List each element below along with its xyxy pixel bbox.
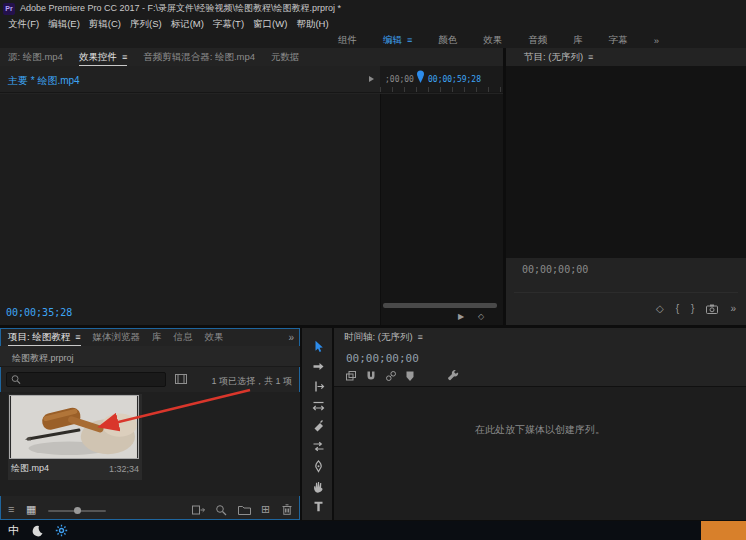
tab-effects[interactable]: 效果	[205, 329, 224, 345]
tab-media-browser[interactable]: 媒体浏览器	[93, 329, 141, 345]
thumbnail-zoom-slider[interactable]	[48, 510, 106, 512]
workspace-switcher: 组件 编辑≡ 颜色 效果 音频 库 字幕 »	[0, 32, 746, 48]
timeline-view-toggle-icon[interactable]	[369, 76, 374, 82]
menu-clip[interactable]: 剪辑(C)	[87, 18, 123, 31]
workspace-tab-assembly[interactable]: 组件	[338, 34, 357, 47]
razor-tool[interactable]	[310, 418, 326, 434]
effect-list-area	[0, 94, 380, 325]
tab-metadata[interactable]: 元数据	[271, 49, 300, 65]
premiere-app-icon: Pr	[3, 3, 15, 15]
workspace-tab-audio[interactable]: 音频	[528, 34, 547, 47]
clip-name[interactable]: 绘图.mp4	[11, 462, 49, 475]
timeline-panel-menu-icon[interactable]: ≡	[418, 332, 423, 342]
timeline-settings-wrench-icon[interactable]	[447, 370, 459, 382]
timeline-drop-zone[interactable]: 在此处放下媒体以创建序列。	[334, 387, 746, 520]
tab-source-monitor[interactable]: 源: 绘图.mp4	[8, 49, 63, 65]
ripple-edit-tool[interactable]	[310, 378, 326, 394]
type-tool[interactable]	[310, 498, 326, 514]
track-select-forward-tool[interactable]	[310, 358, 326, 374]
clear-trash-icon[interactable]	[282, 504, 292, 515]
linked-selection-icon[interactable]	[385, 370, 397, 382]
project-file-row: 绘图教程.prproj	[0, 346, 300, 367]
timeline-tabbar: 时间轴: (无序列)≡	[334, 328, 746, 346]
ecp-horizontal-scrollbar[interactable]	[383, 303, 497, 308]
tab-program-monitor[interactable]: 节目: (无序列)≡	[524, 49, 593, 65]
find-icon[interactable]	[215, 504, 227, 516]
slip-tool[interactable]	[310, 438, 326, 454]
menu-window[interactable]: 窗口(W)	[251, 18, 289, 31]
menu-file[interactable]: 文件(F)	[6, 18, 41, 31]
tab-libraries[interactable]: 库	[152, 329, 162, 345]
workspace-overflow-icon[interactable]: »	[654, 35, 659, 46]
project-panel: 项目: 绘图教程≡ 媒体浏览器 库 信息 效果 » 绘图教程.prproj 1 …	[0, 328, 300, 520]
playhead-time-label: 00;00;59;28	[428, 75, 481, 84]
menu-help[interactable]: 帮助(H)	[294, 18, 330, 31]
menu-title[interactable]: 字幕(T)	[211, 18, 246, 31]
ime-moon-icon[interactable]	[31, 525, 43, 537]
menu-edit[interactable]: 编辑(E)	[46, 18, 82, 31]
panel-menu-icon[interactable]: ≡	[122, 52, 127, 62]
windows-taskbar: 中	[0, 521, 746, 540]
new-item-icon[interactable]: ⊞	[261, 504, 270, 515]
workspace-tab-effects[interactable]: 效果	[483, 34, 502, 47]
more-controls-icon[interactable]: »	[730, 304, 736, 314]
automate-to-sequence-icon[interactable]	[192, 504, 205, 515]
workspace-tab-color[interactable]: 颜色	[438, 34, 457, 47]
tab-effect-controls[interactable]: 效果控件≡	[79, 49, 127, 66]
ime-language-indicator[interactable]: 中	[8, 523, 19, 538]
workspace-menu-icon[interactable]: ≡	[407, 35, 412, 45]
menu-sequence[interactable]: 序列(S)	[128, 18, 164, 31]
clip-title[interactable]: 主要 * 绘图.mp4	[8, 74, 80, 88]
workspace-tab-titles[interactable]: 字幕	[609, 34, 628, 47]
workspace-tab-editing-label: 编辑	[383, 34, 402, 45]
list-view-icon[interactable]: ≡	[8, 504, 14, 515]
extract-icon[interactable]: }	[691, 304, 694, 314]
timeline-panel: 时间轴: (无序列)≡ 00;00;00;00	[334, 328, 746, 520]
workspace-tab-libraries[interactable]: 库	[573, 34, 583, 47]
pen-tool[interactable]	[310, 458, 326, 474]
tab-audio-clip-mixer[interactable]: 音频剪辑混合器: 绘图.mp4	[143, 49, 255, 65]
search-box[interactable]	[6, 372, 166, 387]
timeline-timecode: 00;00;00;00	[346, 352, 419, 365]
program-controls-divider	[514, 292, 738, 293]
lift-icon[interactable]: {	[676, 304, 679, 314]
hand-tool[interactable]	[310, 478, 326, 494]
zoom-slider-handle[interactable]	[74, 507, 81, 514]
rate-stretch-tool[interactable]	[310, 398, 326, 414]
tab-project[interactable]: 项目: 绘图教程≡	[8, 329, 81, 346]
ecp-ruler[interactable]: ;00;00 00;00;59;28	[380, 66, 503, 93]
play-clip-icon[interactable]: ▶	[458, 313, 464, 321]
effect-controls-tabbar: 源: 绘图.mp4 效果控件≡ 音频剪辑混合器: 绘图.mp4 元数据	[0, 48, 503, 66]
new-bin-icon[interactable]	[238, 505, 251, 515]
tab-info[interactable]: 信息	[174, 329, 193, 345]
workspace-tab-editing[interactable]: 编辑≡	[383, 34, 412, 47]
window-title: Adobe Premiere Pro CC 2017 - F:\录屏文件\经验视…	[20, 2, 341, 15]
tab-timeline[interactable]: 时间轴: (无序列)≡	[344, 329, 423, 345]
menu-bar: 文件(F) 编辑(E) 剪辑(C) 序列(S) 标记(M) 字幕(T) 窗口(W…	[0, 17, 746, 32]
snap-magnet-icon[interactable]	[365, 370, 377, 382]
menu-marker[interactable]: 标记(M)	[169, 18, 206, 31]
add-marker-icon[interactable]: ◇	[656, 304, 664, 314]
keyframe-icon[interactable]: ◇	[478, 313, 484, 321]
project-panel-menu-icon[interactable]: ≡	[75, 332, 80, 342]
export-frame-icon[interactable]	[706, 304, 718, 314]
clip-card[interactable]: 绘图.mp4 1:32;34	[8, 394, 142, 480]
project-file-name: 绘图教程.prproj	[12, 352, 74, 365]
search-input[interactable]	[25, 375, 161, 385]
program-monitor-panel: 节目: (无序列)≡ 00;00;00;00 ◇ { } »	[506, 48, 746, 325]
nest-sequence-icon[interactable]	[345, 370, 357, 382]
in-out-filter-icon[interactable]	[175, 374, 187, 384]
ruler-ticks	[380, 87, 503, 92]
timeline-toolbar	[345, 370, 459, 382]
search-icon	[11, 374, 21, 385]
project-content-area: 绘图.mp4 1:32;34	[0, 392, 300, 496]
ime-settings-gear-icon[interactable]	[55, 524, 68, 537]
project-tab-overflow-icon[interactable]: »	[288, 333, 294, 343]
playhead-pin-icon[interactable]	[416, 70, 425, 84]
timeline-add-marker-icon[interactable]	[405, 370, 415, 382]
taskbar-app-button[interactable]	[701, 521, 746, 540]
icon-view-icon[interactable]: ▦	[26, 504, 36, 515]
selection-tool[interactable]	[310, 338, 326, 354]
tab-project-label: 项目: 绘图教程	[8, 331, 70, 342]
program-panel-menu-icon[interactable]: ≡	[588, 52, 593, 62]
